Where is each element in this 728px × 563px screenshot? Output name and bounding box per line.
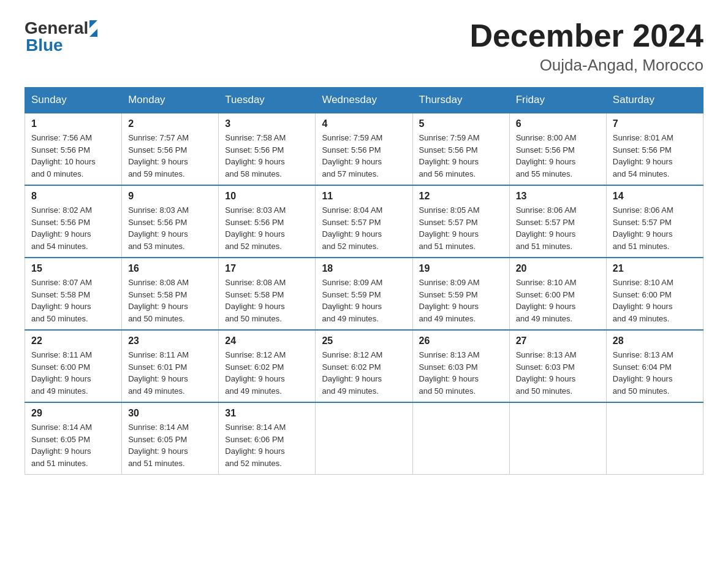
calendar-cell: 12Sunrise: 8:05 AM Sunset: 5:57 PM Dayli… xyxy=(412,185,509,258)
day-info: Sunrise: 7:58 AM Sunset: 5:56 PM Dayligh… xyxy=(225,132,309,180)
day-info: Sunrise: 8:11 AM Sunset: 6:01 PM Dayligh… xyxy=(128,349,212,397)
day-info: Sunrise: 8:12 AM Sunset: 6:02 PM Dayligh… xyxy=(322,349,406,397)
day-info: Sunrise: 8:03 AM Sunset: 5:56 PM Dayligh… xyxy=(128,204,212,252)
day-number: 22 xyxy=(31,335,115,347)
day-number: 20 xyxy=(516,263,600,274)
calendar-cell: 22Sunrise: 8:11 AM Sunset: 6:00 PM Dayli… xyxy=(25,330,122,402)
day-number: 29 xyxy=(31,408,115,419)
day-number: 18 xyxy=(322,263,406,274)
calendar-cell: 15Sunrise: 8:07 AM Sunset: 5:58 PM Dayli… xyxy=(25,258,122,330)
day-number: 12 xyxy=(419,191,503,202)
day-number: 5 xyxy=(419,118,503,129)
day-number: 8 xyxy=(31,191,115,202)
logo: General Blue xyxy=(25,18,97,55)
header-saturday: Saturday xyxy=(606,88,703,113)
calendar-cell: 14Sunrise: 8:06 AM Sunset: 5:57 PM Dayli… xyxy=(606,185,703,258)
day-info: Sunrise: 8:09 AM Sunset: 5:59 PM Dayligh… xyxy=(419,277,503,324)
calendar-week-row: 22Sunrise: 8:11 AM Sunset: 6:00 PM Dayli… xyxy=(25,330,703,402)
calendar-cell: 11Sunrise: 8:04 AM Sunset: 5:57 PM Dayli… xyxy=(316,185,412,258)
day-info: Sunrise: 8:14 AM Sunset: 6:05 PM Dayligh… xyxy=(31,421,115,469)
day-number: 19 xyxy=(419,263,503,274)
header-friday: Friday xyxy=(509,88,606,113)
day-number: 16 xyxy=(128,263,212,274)
header-wednesday: Wednesday xyxy=(316,88,412,113)
day-number: 2 xyxy=(128,118,212,129)
day-number: 3 xyxy=(225,118,309,129)
calendar-cell: 24Sunrise: 8:12 AM Sunset: 6:02 PM Dayli… xyxy=(219,330,316,402)
day-info: Sunrise: 7:59 AM Sunset: 5:56 PM Dayligh… xyxy=(322,132,406,180)
day-info: Sunrise: 8:02 AM Sunset: 5:56 PM Dayligh… xyxy=(31,204,115,252)
calendar-cell xyxy=(412,402,509,475)
calendar-cell: 31Sunrise: 8:14 AM Sunset: 6:06 PM Dayli… xyxy=(219,402,316,475)
day-info: Sunrise: 8:04 AM Sunset: 5:57 PM Dayligh… xyxy=(322,204,406,252)
day-number: 10 xyxy=(225,191,309,202)
calendar-table: SundayMondayTuesdayWednesdayThursdayFrid… xyxy=(25,87,703,475)
page-header: General Blue December 2024 Oujda-Angad, … xyxy=(25,18,703,75)
day-number: 4 xyxy=(322,118,406,129)
day-number: 13 xyxy=(516,191,600,202)
day-number: 28 xyxy=(613,335,697,347)
day-number: 11 xyxy=(322,191,406,202)
day-number: 17 xyxy=(225,263,309,274)
day-info: Sunrise: 8:13 AM Sunset: 6:03 PM Dayligh… xyxy=(419,349,503,397)
calendar-week-row: 29Sunrise: 8:14 AM Sunset: 6:05 PM Dayli… xyxy=(25,402,703,475)
calendar-week-row: 1Sunrise: 7:56 AM Sunset: 5:56 PM Daylig… xyxy=(25,113,703,185)
day-info: Sunrise: 8:08 AM Sunset: 5:58 PM Dayligh… xyxy=(128,277,212,324)
calendar-cell: 16Sunrise: 8:08 AM Sunset: 5:58 PM Dayli… xyxy=(122,258,219,330)
day-info: Sunrise: 8:00 AM Sunset: 5:56 PM Dayligh… xyxy=(516,132,600,180)
header-monday: Monday xyxy=(122,88,219,113)
day-info: Sunrise: 8:11 AM Sunset: 6:00 PM Dayligh… xyxy=(31,349,115,397)
day-number: 9 xyxy=(128,191,212,202)
calendar-cell: 30Sunrise: 8:14 AM Sunset: 6:05 PM Dayli… xyxy=(122,402,219,475)
calendar-cell: 20Sunrise: 8:10 AM Sunset: 6:00 PM Dayli… xyxy=(509,258,606,330)
calendar-cell: 10Sunrise: 8:03 AM Sunset: 5:56 PM Dayli… xyxy=(219,185,316,258)
calendar-cell: 7Sunrise: 8:01 AM Sunset: 5:56 PM Daylig… xyxy=(606,113,703,185)
calendar-header-row: SundayMondayTuesdayWednesdayThursdayFrid… xyxy=(25,88,703,113)
calendar-cell xyxy=(606,402,703,475)
day-info: Sunrise: 8:13 AM Sunset: 6:03 PM Dayligh… xyxy=(516,349,600,397)
calendar-cell: 4Sunrise: 7:59 AM Sunset: 5:56 PM Daylig… xyxy=(316,113,412,185)
day-number: 14 xyxy=(613,191,697,202)
day-info: Sunrise: 8:01 AM Sunset: 5:56 PM Dayligh… xyxy=(613,132,697,180)
day-info: Sunrise: 8:13 AM Sunset: 6:04 PM Dayligh… xyxy=(613,349,697,397)
day-info: Sunrise: 8:07 AM Sunset: 5:58 PM Dayligh… xyxy=(31,277,115,324)
calendar-cell: 29Sunrise: 8:14 AM Sunset: 6:05 PM Dayli… xyxy=(25,402,122,475)
location-title: Oujda-Angad, Morocco xyxy=(469,56,703,75)
calendar-cell: 27Sunrise: 8:13 AM Sunset: 6:03 PM Dayli… xyxy=(509,330,606,402)
day-info: Sunrise: 8:03 AM Sunset: 5:56 PM Dayligh… xyxy=(225,204,309,252)
day-info: Sunrise: 8:14 AM Sunset: 6:06 PM Dayligh… xyxy=(225,421,309,469)
calendar-cell xyxy=(509,402,606,475)
calendar-cell: 18Sunrise: 8:09 AM Sunset: 5:59 PM Dayli… xyxy=(316,258,412,330)
day-number: 27 xyxy=(516,335,600,347)
calendar-cell: 9Sunrise: 8:03 AM Sunset: 5:56 PM Daylig… xyxy=(122,185,219,258)
calendar-cell: 2Sunrise: 7:57 AM Sunset: 5:56 PM Daylig… xyxy=(122,113,219,185)
calendar-cell: 1Sunrise: 7:56 AM Sunset: 5:56 PM Daylig… xyxy=(25,113,122,185)
logo-blue-text: Blue xyxy=(26,36,63,55)
day-number: 26 xyxy=(419,335,503,347)
calendar-cell: 8Sunrise: 8:02 AM Sunset: 5:56 PM Daylig… xyxy=(25,185,122,258)
calendar-cell: 28Sunrise: 8:13 AM Sunset: 6:04 PM Dayli… xyxy=(606,330,703,402)
day-info: Sunrise: 8:08 AM Sunset: 5:58 PM Dayligh… xyxy=(225,277,309,324)
day-number: 30 xyxy=(128,408,212,419)
day-info: Sunrise: 8:12 AM Sunset: 6:02 PM Dayligh… xyxy=(225,349,309,397)
header-tuesday: Tuesday xyxy=(219,88,316,113)
header-thursday: Thursday xyxy=(412,88,509,113)
calendar-cell: 13Sunrise: 8:06 AM Sunset: 5:57 PM Dayli… xyxy=(509,185,606,258)
title-block: December 2024 Oujda-Angad, Morocco xyxy=(469,18,703,75)
month-title: December 2024 xyxy=(469,18,703,53)
day-number: 6 xyxy=(516,118,600,129)
calendar-cell: 25Sunrise: 8:12 AM Sunset: 6:02 PM Dayli… xyxy=(316,330,412,402)
header-sunday: Sunday xyxy=(25,88,122,113)
day-number: 1 xyxy=(31,118,115,129)
calendar-cell xyxy=(316,402,412,475)
day-info: Sunrise: 8:10 AM Sunset: 6:00 PM Dayligh… xyxy=(516,277,600,324)
day-info: Sunrise: 8:06 AM Sunset: 5:57 PM Dayligh… xyxy=(516,204,600,252)
day-number: 25 xyxy=(322,335,406,347)
day-number: 7 xyxy=(613,118,697,129)
calendar-cell: 6Sunrise: 8:00 AM Sunset: 5:56 PM Daylig… xyxy=(509,113,606,185)
day-info: Sunrise: 7:56 AM Sunset: 5:56 PM Dayligh… xyxy=(31,132,115,180)
calendar-cell: 5Sunrise: 7:59 AM Sunset: 5:56 PM Daylig… xyxy=(412,113,509,185)
calendar-week-row: 15Sunrise: 8:07 AM Sunset: 5:58 PM Dayli… xyxy=(25,258,703,330)
day-info: Sunrise: 8:10 AM Sunset: 6:00 PM Dayligh… xyxy=(613,277,697,324)
calendar-cell: 23Sunrise: 8:11 AM Sunset: 6:01 PM Dayli… xyxy=(122,330,219,402)
